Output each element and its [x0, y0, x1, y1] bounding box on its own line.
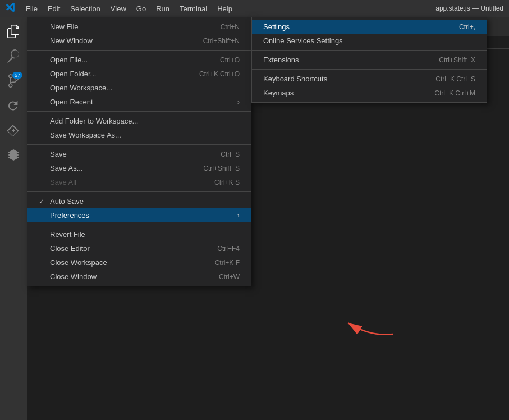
settings-label: Settings: [263, 22, 459, 31]
file-menu: New File Ctrl+N New Window Ctrl+Shift+N …: [27, 17, 251, 286]
menu-save-all: Save All Ctrl+K S: [27, 175, 251, 189]
open-file-label: Open File...: [50, 56, 209, 64]
menu-file[interactable]: File: [21, 0, 42, 17]
preferences-arrow: ›: [237, 211, 240, 220]
menu-go[interactable]: Go: [132, 0, 150, 17]
menu-edit[interactable]: Edit: [43, 0, 65, 17]
open-recent-arrow: ›: [237, 98, 240, 106]
separator-2: [27, 111, 251, 112]
separator-3: [27, 144, 251, 145]
menu-bar: File Edit Selection View Go Run Terminal…: [21, 0, 237, 17]
close-workspace-label: Close Workspace: [50, 258, 204, 267]
open-workspace-label: Open Workspace...: [50, 84, 228, 92]
menu-terminal[interactable]: Terminal: [175, 0, 212, 17]
window-title: app.state.js — Untitled: [435, 4, 503, 12]
menu-save-as[interactable]: Save As... Ctrl+Shift+S: [27, 161, 251, 175]
save-workspace-as-label: Save Workspace As...: [50, 131, 228, 139]
title-bar: File Edit Selection View Go Run Terminal…: [0, 0, 509, 17]
close-workspace-shortcut: Ctrl+K F: [215, 259, 240, 267]
menu-close-window[interactable]: Close Window Ctrl+W: [27, 270, 251, 284]
auto-save-check: ✓: [39, 198, 50, 206]
menu-preferences[interactable]: Preferences ›: [27, 208, 251, 222]
source-control-badge: 57: [12, 72, 22, 79]
menu-selection[interactable]: Selection: [66, 0, 104, 17]
menu-save-workspace-as[interactable]: Save Workspace As...: [27, 128, 251, 142]
open-folder-shortcut: Ctrl+K Ctrl+O: [199, 70, 240, 78]
search-activity-icon[interactable]: [3, 46, 24, 66]
new-file-label: New File: [50, 22, 209, 31]
close-editor-shortcut: Ctrl+F4: [217, 245, 240, 253]
menu-save[interactable]: Save Ctrl+S: [27, 147, 251, 161]
pref-sep-1: [252, 50, 487, 51]
menu-close-editor[interactable]: Close Editor Ctrl+F4: [27, 241, 251, 255]
activity-bar: 57: [0, 17, 27, 420]
explorer-icon[interactable]: [3, 21, 24, 42]
separator-4: [27, 191, 251, 192]
source-control-icon[interactable]: 57: [3, 71, 24, 91]
pref-settings[interactable]: Settings Ctrl+,: [252, 20, 487, 34]
preferences-submenu: Settings Ctrl+, Online Services Settings…: [251, 17, 487, 103]
menu-new-file[interactable]: New File Ctrl+N: [27, 20, 251, 34]
menu-view[interactable]: View: [106, 0, 131, 17]
close-window-shortcut: Ctrl+W: [219, 273, 240, 281]
save-shortcut: Ctrl+S: [221, 150, 240, 158]
menu-new-window[interactable]: New Window Ctrl+Shift+N: [27, 34, 251, 48]
test-icon[interactable]: [3, 145, 24, 165]
menu-help[interactable]: Help: [213, 0, 237, 17]
open-recent-label: Open Recent: [50, 98, 232, 106]
online-services-label: Online Services Settings: [263, 36, 475, 45]
keyboard-shortcuts-label: Keyboard Shortcuts: [263, 75, 435, 83]
menu-add-folder[interactable]: Add Folder to Workspace...: [27, 114, 251, 128]
open-file-shortcut: Ctrl+O: [220, 56, 240, 64]
close-window-label: Close Window: [50, 272, 208, 281]
close-editor-label: Close Editor: [50, 244, 206, 253]
keymaps-label: Keymaps: [263, 89, 434, 97]
pref-keymaps[interactable]: Keymaps Ctrl+K Ctrl+M: [252, 86, 487, 100]
menu-run[interactable]: Run: [152, 0, 174, 17]
vscode-logo: [6, 2, 16, 15]
keyboard-shortcuts-shortcut: Ctrl+K Ctrl+S: [435, 75, 475, 83]
menu-close-workspace[interactable]: Close Workspace Ctrl+K F: [27, 255, 251, 270]
save-as-label: Save As...: [50, 164, 192, 172]
new-window-label: New Window: [50, 36, 192, 45]
new-file-shortcut: Ctrl+N: [221, 23, 240, 31]
pref-keyboard-shortcuts[interactable]: Keyboard Shortcuts Ctrl+K Ctrl+S: [252, 72, 487, 86]
separator-1: [27, 50, 251, 51]
extensions-icon[interactable]: [3, 120, 24, 140]
menu-open-folder[interactable]: Open Folder... Ctrl+K Ctrl+O: [27, 67, 251, 81]
new-window-shortcut: Ctrl+Shift+N: [203, 37, 240, 45]
settings-shortcut: Ctrl+,: [459, 23, 475, 31]
revert-file-label: Revert File: [50, 230, 228, 239]
menu-open-recent[interactable]: Open Recent ›: [27, 95, 251, 109]
add-folder-label: Add Folder to Workspace...: [50, 117, 228, 125]
save-as-shortcut: Ctrl+Shift+S: [203, 165, 240, 172]
run-debug-icon[interactable]: [3, 95, 24, 116]
pref-sep-2: [252, 69, 487, 70]
separator-5: [27, 225, 251, 225]
save-all-shortcut: Ctrl+K S: [214, 179, 240, 186]
extensions-shortcut: Ctrl+Shift+X: [439, 56, 475, 64]
extensions-label: Extensions: [263, 56, 439, 64]
preferences-label: Preferences: [50, 211, 232, 220]
menu-open-workspace[interactable]: Open Workspace...: [27, 81, 251, 95]
menu-auto-save[interactable]: ✓ Auto Save: [27, 194, 251, 208]
auto-save-label: Auto Save: [50, 197, 228, 206]
keymaps-shortcut: Ctrl+K Ctrl+M: [434, 89, 475, 97]
pref-extensions[interactable]: Extensions Ctrl+Shift+X: [252, 53, 487, 67]
open-folder-label: Open Folder...: [50, 70, 188, 78]
pref-online-services[interactable]: Online Services Settings: [252, 34, 487, 48]
menu-open-file[interactable]: Open File... Ctrl+O: [27, 53, 251, 67]
menu-revert-file[interactable]: Revert File: [27, 227, 251, 241]
save-label: Save: [50, 150, 209, 158]
save-all-label: Save All: [50, 178, 203, 186]
